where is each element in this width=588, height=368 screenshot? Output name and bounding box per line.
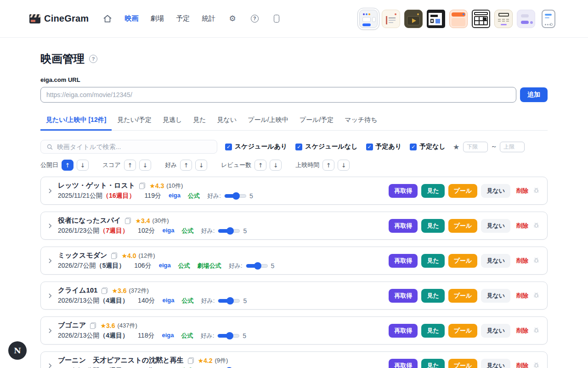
score-min-input[interactable] bbox=[463, 142, 488, 152]
expand-chevron-icon[interactable] bbox=[45, 221, 55, 231]
delete-button[interactable]: 削除 bbox=[516, 187, 528, 195]
sort-asc-button[interactable]: ↑ bbox=[180, 160, 192, 171]
theme-paper-icon[interactable] bbox=[380, 8, 402, 30]
official-site-link[interactable]: 劇場公式 bbox=[198, 262, 221, 270]
seen-button[interactable]: 見た bbox=[421, 359, 444, 368]
sort-desc-button[interactable]: ↓ bbox=[77, 160, 89, 171]
search-input[interactable] bbox=[57, 143, 211, 150]
hide-button[interactable]: 見ない bbox=[481, 219, 510, 233]
add-movie-button[interactable]: 追加 bbox=[520, 87, 548, 102]
theme-columns-icon[interactable] bbox=[492, 8, 514, 30]
official-site-link[interactable]: 公式 bbox=[178, 262, 190, 270]
tab[interactable]: 見た bbox=[187, 112, 211, 131]
seen-button[interactable]: 見た bbox=[421, 289, 444, 303]
official-site-link[interactable]: 公式 bbox=[181, 367, 192, 368]
preference-slider[interactable] bbox=[246, 264, 268, 268]
preference-slider[interactable] bbox=[224, 194, 246, 198]
eiga-link[interactable]: eiga bbox=[162, 332, 174, 340]
delete-button[interactable]: 削除 bbox=[516, 292, 528, 300]
refetch-button[interactable]: 再取得 bbox=[389, 184, 418, 198]
eiga-link[interactable]: eiga bbox=[159, 262, 171, 270]
pool-button[interactable]: プール bbox=[448, 324, 478, 338]
expand-chevron-icon[interactable] bbox=[45, 186, 55, 196]
tab[interactable]: プール/上映中 bbox=[242, 112, 294, 131]
official-site-link[interactable]: 公式 bbox=[181, 297, 193, 305]
refetch-button[interactable]: 再取得 bbox=[389, 254, 418, 268]
eiga-link[interactable]: eiga bbox=[161, 367, 173, 368]
home-icon[interactable] bbox=[102, 14, 113, 24]
tab[interactable]: 見ない bbox=[212, 112, 243, 131]
pool-button[interactable]: プール bbox=[448, 359, 478, 368]
mobile-icon[interactable] bbox=[271, 14, 282, 24]
tab[interactable]: 見たい/予定 bbox=[112, 112, 157, 131]
official-site-link[interactable]: 公式 bbox=[181, 332, 193, 340]
eiga-link[interactable]: eiga bbox=[162, 297, 174, 305]
title-search[interactable] bbox=[40, 140, 217, 154]
bug-icon[interactable] bbox=[533, 292, 540, 299]
seen-button[interactable]: 見た bbox=[421, 324, 444, 338]
copy-title-icon[interactable] bbox=[188, 357, 194, 364]
filter-checkbox[interactable]: 予定なし bbox=[410, 143, 446, 151]
sort-asc-button[interactable]: ↑ bbox=[62, 160, 74, 171]
delete-button[interactable]: 削除 bbox=[516, 222, 528, 230]
pool-button[interactable]: プール bbox=[448, 219, 478, 233]
preference-slider[interactable] bbox=[218, 299, 240, 303]
pool-button[interactable]: プール bbox=[448, 289, 478, 303]
nav-link-統計[interactable]: 統計 bbox=[202, 14, 215, 23]
delete-button[interactable]: 削除 bbox=[516, 257, 528, 265]
gear-icon[interactable]: ⚙ bbox=[227, 14, 237, 24]
filter-checkbox[interactable]: スケジュールあり bbox=[225, 143, 287, 151]
pool-button[interactable]: プール bbox=[448, 184, 478, 198]
expand-chevron-icon[interactable] bbox=[45, 291, 55, 301]
tab[interactable]: 見逃し bbox=[157, 112, 187, 131]
copy-title-icon[interactable] bbox=[102, 288, 107, 294]
sort-desc-button[interactable]: ↓ bbox=[270, 160, 282, 171]
sort-asc-button[interactable]: ↑ bbox=[322, 160, 334, 171]
preference-slider[interactable] bbox=[217, 334, 239, 338]
tab[interactable]: 見たい/上映中 [12件] bbox=[40, 112, 112, 131]
bug-icon[interactable] bbox=[533, 327, 540, 334]
theme-contrast-icon[interactable] bbox=[425, 8, 447, 30]
preference-slider[interactable] bbox=[218, 229, 240, 233]
seen-button[interactable]: 見た bbox=[421, 219, 444, 233]
copy-title-icon[interactable] bbox=[90, 322, 96, 329]
delete-button[interactable]: 削除 bbox=[516, 362, 528, 368]
eiga-link[interactable]: eiga bbox=[162, 227, 174, 235]
seen-button[interactable]: 見た bbox=[421, 254, 444, 268]
sort-asc-button[interactable]: ↑ bbox=[254, 160, 266, 171]
tab[interactable]: マッチ待ち bbox=[339, 112, 383, 131]
refetch-button[interactable]: 再取得 bbox=[389, 324, 418, 338]
copy-title-icon[interactable] bbox=[125, 218, 131, 224]
copy-title-icon[interactable] bbox=[139, 183, 145, 189]
floating-n-button[interactable]: N bbox=[8, 341, 27, 360]
expand-chevron-icon[interactable] bbox=[45, 256, 55, 266]
bug-icon[interactable] bbox=[533, 187, 540, 194]
expand-chevron-icon[interactable] bbox=[45, 326, 55, 336]
copy-title-icon[interactable] bbox=[111, 253, 117, 259]
seen-button[interactable]: 見た bbox=[421, 184, 444, 198]
theme-soft-icon[interactable] bbox=[515, 8, 537, 30]
hide-button[interactable]: 見ない bbox=[481, 359, 510, 368]
eiga-link[interactable]: eiga bbox=[169, 192, 181, 200]
refetch-button[interactable]: 再取得 bbox=[389, 219, 418, 233]
sort-desc-button[interactable]: ↓ bbox=[139, 160, 151, 171]
tab[interactable]: プール/予定 bbox=[294, 112, 339, 131]
filter-checkbox[interactable]: 予定あり bbox=[366, 143, 402, 151]
eiga-url-input[interactable] bbox=[40, 87, 516, 103]
bug-icon[interactable] bbox=[533, 257, 540, 264]
refetch-button[interactable]: 再取得 bbox=[389, 289, 418, 303]
delete-button[interactable]: 削除 bbox=[516, 327, 528, 335]
nav-link-映画[interactable]: 映画 bbox=[124, 14, 138, 23]
hide-button[interactable]: 見ない bbox=[481, 184, 510, 198]
brand[interactable]: CineGram bbox=[29, 13, 89, 24]
nav-link-予定[interactable]: 予定 bbox=[176, 14, 190, 23]
theme-phone-icon[interactable] bbox=[537, 8, 560, 30]
sort-desc-button[interactable]: ↓ bbox=[338, 160, 350, 171]
bug-icon[interactable] bbox=[533, 222, 540, 229]
theme-grid-icon[interactable] bbox=[470, 8, 492, 30]
hide-button[interactable]: 見ない bbox=[481, 289, 510, 303]
pool-button[interactable]: プール bbox=[448, 254, 478, 268]
theme-video-icon[interactable] bbox=[402, 8, 424, 30]
official-site-link[interactable]: 公式 bbox=[188, 192, 200, 200]
hide-button[interactable]: 見ない bbox=[481, 254, 510, 268]
